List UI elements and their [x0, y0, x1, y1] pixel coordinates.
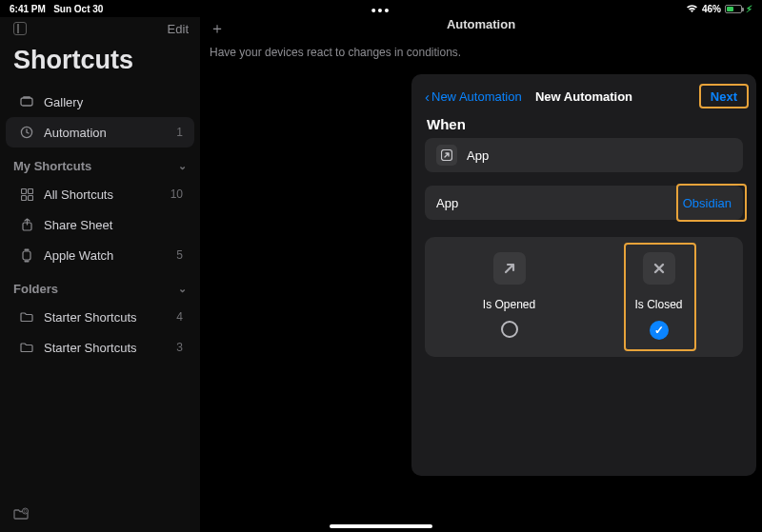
- trigger-type-label: App: [467, 148, 489, 163]
- sidebar-item-label: Share Sheet: [44, 218, 112, 232]
- next-button[interactable]: Next: [705, 86, 743, 108]
- main-area: ＋ Automation Have your devices react to …: [200, 17, 762, 532]
- folder-icon: [19, 309, 34, 325]
- sidebar-item-share-sheet[interactable]: Share Sheet: [6, 209, 194, 240]
- svg-text:0: 0: [24, 508, 27, 514]
- chevron-down-icon: ⌄: [178, 160, 187, 172]
- option-label: Is Closed: [597, 298, 721, 311]
- sidebar: Edit Shortcuts Gallery Automation 1 My S…: [0, 17, 200, 532]
- multitask-dots-icon[interactable]: •••: [371, 3, 391, 18]
- sidebar-item-apple-watch[interactable]: Apple Watch 5: [6, 240, 194, 270]
- apple-watch-icon: [19, 247, 34, 263]
- grid-icon: [19, 187, 34, 202]
- trigger-type-row[interactable]: App: [425, 138, 743, 172]
- sidebar-heading-my-shortcuts[interactable]: My Shortcuts ⌄: [0, 148, 200, 179]
- sidebar-item-all-shortcuts[interactable]: All Shortcuts 10: [6, 179, 194, 209]
- sidebar-item-label: Gallery: [44, 95, 83, 109]
- sidebar-item-label: All Shortcuts: [44, 187, 113, 202]
- status-date: Sun Oct 30: [53, 4, 103, 14]
- new-automation-sheet: ‹ New Automation New Automation Next Whe…: [411, 74, 756, 476]
- sidebar-heading-label: My Shortcuts: [13, 159, 91, 173]
- svg-rect-10: [25, 260, 30, 262]
- sidebar-item-count: 5: [176, 248, 183, 262]
- folder-icon: [19, 340, 34, 355]
- svg-rect-8: [23, 251, 30, 260]
- open-arrow-icon: [493, 252, 526, 285]
- home-indicator[interactable]: [330, 524, 432, 528]
- edit-button[interactable]: Edit: [168, 22, 189, 36]
- status-time: 6:41 PM: [10, 4, 46, 14]
- svg-rect-3: [21, 188, 26, 193]
- sidebar-item-automation[interactable]: Automation 1: [6, 117, 194, 148]
- sidebar-heading-folders[interactable]: Folders ⌄: [0, 270, 200, 302]
- new-folder-button[interactable]: 0: [13, 507, 29, 521]
- app-select-label: App: [436, 196, 458, 210]
- when-heading: When: [427, 116, 741, 132]
- sidebar-item-count: 10: [170, 187, 183, 201]
- app-select-row[interactable]: App Obsidian: [425, 186, 743, 220]
- svg-rect-5: [21, 195, 26, 200]
- close-x-icon: [643, 252, 675, 285]
- sidebar-item-count: 3: [176, 341, 183, 354]
- battery-percent: 46%: [702, 4, 721, 14]
- sidebar-item-label: Starter Shortcuts: [44, 341, 137, 355]
- radio-unchecked[interactable]: [501, 321, 518, 338]
- svg-rect-9: [25, 248, 30, 250]
- open-close-panel: Is Opened Is Closed: [425, 237, 743, 357]
- sidebar-item-label: Automation: [44, 126, 107, 140]
- sidebar-item-label: Apple Watch: [44, 248, 113, 263]
- svg-rect-6: [28, 195, 32, 200]
- battery-icon: [725, 5, 742, 13]
- sidebar-item-count: 1: [176, 126, 183, 139]
- status-right: 46% ⚡︎: [686, 4, 752, 14]
- option-is-opened[interactable]: Is Opened: [448, 252, 572, 340]
- svg-rect-1: [23, 96, 30, 98]
- option-label: Is Opened: [448, 298, 572, 311]
- option-is-closed[interactable]: Is Closed: [597, 252, 721, 340]
- automation-icon: [19, 125, 34, 140]
- page-title: Automation: [200, 17, 762, 31]
- page-subtitle: Have your devices react to changes in co…: [200, 46, 762, 59]
- sidebar-title: Shortcuts: [0, 40, 200, 87]
- wifi-icon: [686, 4, 698, 13]
- share-icon: [19, 217, 34, 232]
- sidebar-item-folder[interactable]: Starter Shortcuts 3: [6, 332, 194, 363]
- charging-icon: ⚡︎: [746, 4, 752, 14]
- sidebar-toggle-icon[interactable]: [13, 22, 27, 35]
- sidebar-item-gallery[interactable]: Gallery: [6, 87, 194, 117]
- sidebar-item-count: 4: [176, 310, 183, 324]
- radio-checked[interactable]: [650, 321, 669, 340]
- app-select-value: Obsidian: [683, 196, 732, 210]
- sidebar-item-label: Starter Shortcuts: [44, 310, 137, 325]
- app-icon: [436, 145, 457, 166]
- gallery-icon: [19, 94, 34, 109]
- status-time-date: 6:41 PM Sun Oct 30: [10, 4, 103, 14]
- svg-rect-4: [28, 188, 32, 193]
- svg-rect-0: [21, 98, 32, 106]
- sidebar-item-folder[interactable]: Starter Shortcuts 4: [6, 302, 194, 332]
- chevron-down-icon: ⌄: [178, 283, 187, 295]
- sidebar-heading-label: Folders: [13, 282, 58, 296]
